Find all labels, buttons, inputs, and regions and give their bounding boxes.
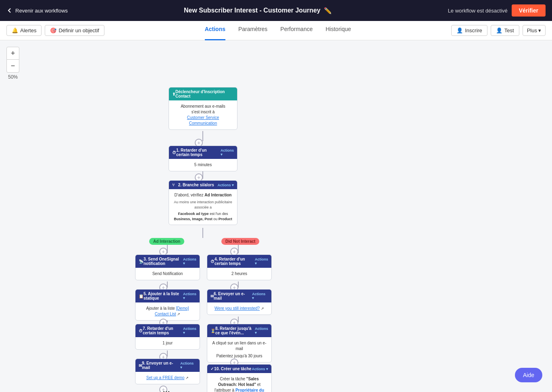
edit-icon[interactable]: ✏️	[324, 7, 332, 15]
status-label: Le workflow est désactivé	[448, 8, 508, 14]
toolbar-left: 🔔 Alertes 🎯 Définir un objectif	[6, 25, 104, 36]
zoom-level: 50%	[8, 74, 18, 80]
tab-actions[interactable]: Actions	[205, 21, 225, 40]
node-2-header: ⑂ 2. Branche si/alors Actions ▾	[169, 181, 237, 189]
email-icon: ✉	[210, 294, 214, 298]
task-icon: ✓	[210, 367, 214, 371]
node-4-actions[interactable]: Actions ▾	[255, 257, 268, 265]
node-6-link[interactable]: Were you still interested?	[215, 306, 260, 311]
signal-icon: 📡	[139, 259, 144, 264]
node-3: 📡 3. Send OneSignal notification Actions…	[135, 254, 200, 280]
email-icon-9: ✉	[139, 363, 142, 368]
node-2-body: D'abord, vérifiez Ad Interaction Au moin…	[169, 189, 237, 225]
plus-button[interactable]: Plus ▾	[523, 25, 546, 36]
trigger-node: ⬆ Déclencheur d'Inscription Contact Abon…	[169, 87, 237, 130]
node-3-body: Send Notification	[135, 268, 200, 280]
branch-no-label: Did Not Interact	[221, 238, 259, 245]
node-5: 📋 5. Ajouter à la liste statique Actions…	[135, 289, 200, 321]
branch-icon: ⑂	[172, 183, 175, 187]
clock-icon-4: ⏱	[210, 259, 215, 264]
node-9-link[interactable]: Set up a FREE demo	[146, 375, 185, 380]
node-6-actions[interactable]: Actions ▾	[252, 292, 268, 300]
node-3-actions[interactable]: Actions ▾	[183, 257, 196, 265]
node-8: ⏳ 8. Retarder jusqu'à ce que l'évén... A…	[207, 324, 272, 363]
node-4: ⏱ 4. Retarder d'un certain temps Actions…	[207, 254, 272, 280]
back-button[interactable]: Revenir aux workflows	[6, 7, 68, 14]
node-4-body: 2 heures	[207, 268, 271, 280]
zoom-in-button[interactable]: +	[6, 47, 19, 60]
branch-yes-label: Ad Interaction	[149, 238, 184, 245]
node-10-link[interactable]: Propriétaire du contact	[232, 388, 264, 392]
bell-icon: 🔔	[12, 27, 18, 33]
inscrire-button[interactable]: 👤 Inscrire	[451, 25, 487, 36]
node-2: ⑂ 2. Branche si/alors Actions ▾ D'abord,…	[169, 180, 237, 225]
connector-lines	[0, 40, 552, 392]
node-10: ✓ 10. Créer une tâche Actions ▾ Créer la…	[207, 364, 272, 392]
trigger-icon: ⬆	[172, 92, 175, 96]
tab-history[interactable]: Historique	[325, 21, 351, 40]
zoom-out-button[interactable]: −	[6, 60, 19, 73]
node-8-actions[interactable]: Actions ▾	[255, 327, 268, 335]
list-icon: 📋	[139, 294, 144, 298]
node-9: ✉ 9. Envoyer un e-mail Actions ▾ Set up …	[135, 359, 200, 384]
node-1-actions[interactable]: Actions ▾	[221, 148, 234, 156]
node-5-actions[interactable]: Actions ▾	[183, 292, 196, 300]
toolbar-right: 👤 Inscrire 👤 Test Plus ▾	[451, 25, 546, 36]
node-7-body: 1 jour	[135, 337, 200, 349]
node-6-header: ✉ 6. Envoyer un e-mail Actions ▾	[207, 290, 271, 302]
zoom-controls: + − 50%	[6, 47, 19, 80]
clock-icon: ⏱	[172, 150, 176, 155]
node-9-body: Set up a FREE demo ↗	[135, 372, 200, 384]
node-8-header: ⏳ 8. Retarder jusqu'à ce que l'évén... A…	[207, 324, 271, 337]
toolbar: 🔔 Alertes 🎯 Définir un objectif Actions …	[0, 21, 552, 40]
node-3-header: 📡 3. Send OneSignal notification Actions…	[135, 255, 200, 268]
user-icon: 👤	[496, 27, 502, 33]
external-link-icon-9: ↗	[185, 376, 189, 380]
node-6-body: Were you still interested? ↗	[207, 302, 271, 315]
chevron-down-icon: ▾	[538, 27, 541, 33]
node-1: ⏱ 1. Retarder d'un certain temps Actions…	[169, 146, 237, 171]
node-10-actions[interactable]: Actions ▾	[252, 367, 268, 371]
verify-button[interactable]: Vérifier	[512, 4, 546, 17]
target-icon: 🎯	[50, 27, 56, 33]
nav-right: Le workflow est désactivé Vérifier	[448, 4, 546, 17]
clock-icon-7: ⏱	[139, 329, 143, 333]
node-7-actions[interactable]: Actions ▾	[183, 327, 196, 335]
tab-performance[interactable]: Performance	[280, 21, 312, 40]
node-2-actions[interactable]: Actions ▾	[217, 183, 234, 187]
trigger-body: Abonnement aux e-mails s'est inscrit à C…	[169, 100, 237, 129]
node-1-body: 5 minutes	[169, 159, 237, 171]
alerts-button[interactable]: 🔔 Alertes	[6, 25, 42, 36]
node-10-body: Créer la tâche "Sales Outreach: Hot lead…	[207, 373, 271, 392]
tabs: Actions Paramètres Performance Historiqu…	[108, 21, 448, 40]
node-1-header: ⏱ 1. Retarder d'un certain temps Actions…	[169, 146, 237, 159]
node-7-header: ⏱ 7. Retarder d'un certain temps Actions…	[135, 324, 200, 337]
external-link-icon: ↗	[177, 312, 180, 316]
help-button[interactable]: Aide	[515, 368, 542, 382]
trigger-header: ⬆ Déclencheur d'Inscription Contact	[169, 88, 237, 100]
node-7: ⏱ 7. Retarder d'un certain temps Actions…	[135, 324, 200, 350]
node-4-header: ⏱ 4. Retarder d'un certain temps Actions…	[207, 255, 271, 268]
node-10-header: ✓ 10. Créer une tâche Actions ▾	[207, 365, 271, 373]
top-nav: Revenir aux workflows New Subscriber Int…	[0, 0, 552, 21]
node-5-header: 📋 5. Ajouter à la liste statique Actions…	[135, 290, 200, 302]
node-8-body: A cliqué sur un lien dans un e-mail Pati…	[207, 337, 271, 362]
node-6: ✉ 6. Envoyer un e-mail Actions ▾ Were yo…	[207, 289, 272, 315]
workflow-title: New Subscriber Interest - Customer Journ…	[68, 7, 448, 15]
objective-button[interactable]: 🎯 Définir un objectif	[45, 25, 104, 36]
external-link-icon-6: ↗	[261, 307, 264, 311]
node-5-body: Ajouter à la liste [Demo] Contact List ↗	[135, 302, 200, 320]
node-9-header: ✉ 9. Envoyer un e-mail Actions ▾	[135, 359, 200, 372]
node-9-actions[interactable]: Actions ▾	[180, 361, 196, 369]
test-button[interactable]: 👤 Test	[491, 25, 519, 36]
workflow-canvas: + − 50% ⬆ Déclencheur d'Inscription Cont…	[0, 40, 552, 392]
tab-params[interactable]: Paramètres	[238, 21, 267, 40]
wait-icon: ⏳	[210, 329, 215, 333]
person-icon: 👤	[456, 27, 463, 33]
trigger-link[interactable]: Customer Service Communication	[173, 115, 233, 126]
